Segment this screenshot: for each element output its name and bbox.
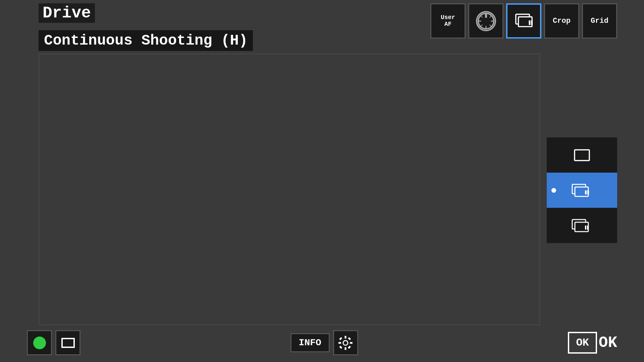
e-dial-button[interactable]	[468, 3, 503, 39]
ok-plain-button[interactable]: OK	[599, 334, 617, 352]
drive-mode-dropdown	[547, 137, 617, 243]
drive-mode-icon	[514, 10, 534, 32]
svg-point-22	[343, 341, 348, 345]
single-frame-option[interactable]	[547, 137, 617, 173]
camera-viewport	[39, 54, 540, 325]
svg-rect-23	[345, 336, 346, 339]
svg-rect-25	[338, 342, 341, 344]
user-af-icon: UserAF	[441, 14, 455, 28]
grid-label: Grid	[591, 17, 608, 25]
svg-rect-20	[585, 226, 586, 230]
svg-rect-30	[348, 346, 351, 349]
crop-button[interactable]: Crop	[544, 3, 579, 39]
green-dot-button[interactable]	[27, 330, 52, 355]
svg-rect-29	[339, 346, 342, 349]
svg-rect-26	[350, 342, 353, 344]
continuous-high-option[interactable]	[547, 173, 617, 208]
svg-rect-17	[587, 190, 589, 194]
user-af-button[interactable]: UserAF	[430, 3, 466, 39]
svg-rect-21	[587, 226, 588, 230]
svg-line-5	[480, 15, 482, 17]
svg-line-8	[489, 24, 491, 26]
svg-rect-16	[585, 190, 587, 194]
gear-icon	[338, 336, 353, 350]
svg-line-7	[480, 24, 482, 26]
svg-rect-27	[339, 337, 342, 340]
ok-outline-button[interactable]: OK	[568, 332, 597, 354]
svg-rect-13	[575, 150, 589, 161]
bottom-center-controls: INFO	[290, 330, 358, 355]
svg-rect-11	[529, 20, 530, 25]
drive-button[interactable]	[506, 3, 541, 39]
green-status-dot	[33, 337, 46, 349]
single-shot-button[interactable]	[55, 330, 80, 355]
drive-label: Drive	[39, 3, 95, 23]
settings-button[interactable]	[333, 330, 358, 355]
shooting-mode-label: Continuous Shooting (H)	[39, 30, 253, 51]
bottom-right-controls: OK OK	[568, 332, 617, 354]
bottom-left-controls	[27, 330, 80, 355]
svg-rect-28	[348, 337, 351, 340]
continuous-low-option[interactable]	[547, 208, 617, 243]
crop-label: Crop	[553, 17, 571, 25]
top-toolbar: UserAF	[430, 3, 617, 39]
info-button[interactable]: INFO	[290, 333, 330, 352]
svg-rect-12	[531, 20, 533, 25]
selected-dot	[551, 188, 556, 193]
single-shot-icon	[61, 338, 75, 348]
svg-rect-24	[345, 347, 346, 350]
bottom-toolbar: INFO OK OK	[0, 330, 644, 355]
grid-button[interactable]: Grid	[582, 3, 617, 39]
e-dial-icon	[476, 11, 496, 31]
svg-line-6	[489, 15, 491, 17]
